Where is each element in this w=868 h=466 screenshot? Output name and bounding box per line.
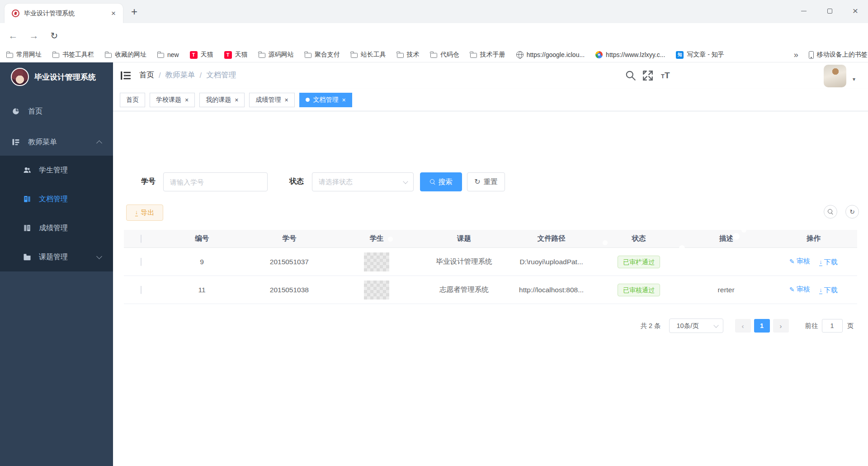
tag-grade-manage[interactable]: 成绩管理×: [249, 93, 294, 107]
bookmark-item[interactable]: new: [157, 51, 179, 58]
table-row[interactable]: 11 2015051038 志愿者管理系统 http://localhost:8…: [124, 276, 857, 304]
browser-toolbar: ← → ↻ localhost:81/teamenu/teaFileManage…: [0, 23, 868, 48]
sidebar-item-home[interactable]: 首页: [0, 99, 113, 124]
top-navbar: 首页 / 教师菜单 / 文档管理 TT ▾: [113, 62, 868, 89]
back-button[interactable]: ←: [6, 29, 20, 43]
download-link-label: 下载: [824, 258, 838, 266]
reset-button[interactable]: ↻ 重置: [467, 172, 505, 191]
review-link-label: 审核: [797, 257, 810, 266]
reload-button[interactable]: ↻: [47, 29, 61, 43]
bookmark-item[interactable]: https://google.iclou...: [516, 51, 585, 58]
avatar: [11, 68, 29, 86]
browser-tab[interactable]: 毕业设计管理系统 ×: [5, 4, 123, 23]
tag-close-icon[interactable]: ×: [284, 96, 288, 104]
bookmark-label: 书签工具栏: [62, 51, 94, 59]
window-minimize-button[interactable]: [793, 3, 814, 19]
table-row[interactable]: 9 2015051037 毕业设计管理系统 D:\ruoyi\uploadPat…: [124, 248, 857, 276]
font-size-icon[interactable]: TT: [661, 71, 673, 82]
sidebar-logo[interactable]: 毕业设计管理系统: [0, 62, 113, 91]
prev-page-button[interactable]: ‹: [735, 319, 751, 333]
bookmark-item[interactable]: 知写文章 - 知乎: [676, 51, 724, 59]
bookmark-item[interactable]: 源码网站: [259, 51, 294, 59]
bookmark-item[interactable]: 技术手册: [470, 51, 505, 59]
export-button[interactable]: ↓ 导出: [126, 204, 163, 221]
fullscreen-icon[interactable]: [642, 70, 654, 81]
window-close-button[interactable]: ×: [845, 3, 866, 19]
folder-icon: [52, 53, 59, 58]
user-avatar[interactable]: [824, 65, 846, 87]
chevron-down-icon: [713, 323, 718, 328]
cell-file-path: D:\ruoyi\uploadPat...: [508, 258, 595, 266]
tag-home[interactable]: 首页: [120, 93, 145, 107]
column-header: 操作: [770, 234, 857, 243]
tag-my-topics[interactable]: 我的课题×: [199, 93, 245, 107]
window-maximize-button[interactable]: [819, 3, 840, 19]
tag-close-icon[interactable]: ×: [235, 96, 238, 104]
row-checkbox[interactable]: [141, 258, 142, 266]
download-icon: ↓: [819, 259, 822, 266]
tags-view-bar: 首页 学校课题× 我的课题× 成绩管理× 文档管理×: [113, 89, 868, 111]
sidebar-toggle-icon[interactable]: [121, 71, 131, 80]
bookmarks-bar: 常用网址 书签工具栏 收藏的网址 new T天猫 T天猫 源码网站 聚合支付 站…: [0, 48, 868, 62]
select-all-checkbox[interactable]: [141, 235, 142, 243]
header-search-icon[interactable]: [625, 70, 637, 81]
sidebar-item-topic-manage[interactable]: 课题管理: [0, 243, 113, 271]
refresh-table-button[interactable]: ↻: [845, 205, 859, 219]
tag-school-topics[interactable]: 学校课题×: [150, 93, 195, 107]
bookmarks-overflow-button[interactable]: »: [794, 50, 798, 60]
mobile-bookmarks-item[interactable]: 移动设备上的书签: [809, 51, 868, 59]
column-header: 文件路径: [508, 234, 595, 243]
bookmark-label: 移动设备上的书签: [817, 51, 868, 59]
tag-label: 首页: [126, 96, 139, 104]
status-label: 状态: [289, 177, 304, 186]
users-icon: [23, 166, 31, 174]
chevron-up-icon: [96, 140, 102, 146]
tag-close-icon[interactable]: ×: [342, 96, 346, 104]
folder-icon: [157, 53, 164, 58]
tab-close-icon[interactable]: ×: [109, 9, 118, 18]
review-link[interactable]: ✎审核: [789, 285, 810, 294]
tag-file-manage[interactable]: 文档管理×: [299, 93, 352, 107]
search-button-label: 搜索: [439, 177, 453, 187]
sidebar-item-teacher-menu[interactable]: 教师菜单: [0, 129, 113, 155]
bookmark-item[interactable]: T天猫: [224, 51, 248, 59]
toggle-search-button[interactable]: [824, 205, 837, 219]
search-button[interactable]: 搜索: [420, 172, 462, 191]
bookmark-item[interactable]: 书签工具栏: [52, 51, 94, 59]
forward-button[interactable]: →: [27, 29, 41, 43]
next-page-button[interactable]: ›: [773, 319, 789, 333]
bookmark-item[interactable]: 收藏的网址: [105, 51, 146, 59]
bookmark-label: 常用网址: [16, 51, 42, 59]
row-checkbox[interactable]: [141, 286, 142, 294]
bookmark-item[interactable]: 聚合支付: [305, 51, 340, 59]
download-link[interactable]: ↓下载: [819, 286, 838, 295]
download-link[interactable]: ↓下载: [819, 258, 838, 266]
minimize-icon: [801, 11, 807, 11]
bookmark-item[interactable]: 技术: [397, 51, 420, 59]
review-link[interactable]: ✎审核: [789, 257, 810, 266]
bookmark-label: 天猫: [235, 51, 248, 59]
student-no-input[interactable]: [163, 172, 268, 191]
bookmark-item[interactable]: T天猫: [190, 51, 213, 59]
bookmark-item[interactable]: 站长工具: [351, 51, 386, 59]
bookmark-item[interactable]: 常用网址: [6, 51, 42, 59]
status-select[interactable]: 请选择状态: [312, 172, 414, 191]
column-header: 课题: [420, 234, 508, 243]
current-page-button[interactable]: 1: [754, 319, 770, 333]
breadcrumb-home[interactable]: 首页: [139, 70, 154, 80]
breadcrumb-teacher-menu[interactable]: 教师菜单: [165, 70, 195, 80]
tag-close-icon[interactable]: ×: [185, 96, 189, 104]
download-icon: ↓: [819, 287, 822, 294]
bookmark-item[interactable]: 代码仓: [430, 51, 459, 59]
sidebar-item-student-manage[interactable]: 学生管理: [0, 156, 113, 185]
new-tab-button[interactable]: +: [131, 5, 137, 18]
column-header: 学号: [245, 234, 333, 243]
goto-page-input[interactable]: [822, 319, 843, 333]
sidebar-item-grade-manage[interactable]: 成绩管理: [0, 214, 113, 243]
bookmark-item[interactable]: https://www.lzlxyy.c...: [595, 51, 665, 58]
page-size-select[interactable]: 10条/页: [669, 319, 723, 333]
avatar-caret-icon[interactable]: ▾: [853, 76, 855, 82]
sidebar-item-file-manage[interactable]: 文档管理: [0, 185, 113, 214]
export-button-label: 导出: [141, 209, 154, 217]
phone-icon: [809, 51, 814, 59]
